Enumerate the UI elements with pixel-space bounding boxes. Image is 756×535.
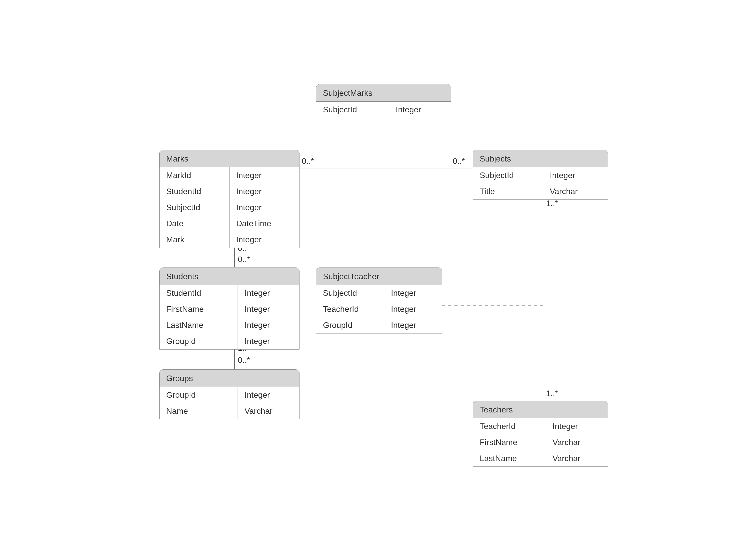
field-name: LastName bbox=[160, 317, 238, 333]
field-name: Date bbox=[160, 215, 229, 232]
field-type: Integer bbox=[230, 183, 300, 200]
field-type: Integer bbox=[384, 285, 442, 301]
field-name: GroupId bbox=[160, 387, 238, 403]
field-name: SubjectId bbox=[473, 167, 543, 183]
table-marks-title: Marks bbox=[160, 150, 299, 167]
table-subjectmarks-title: SubjectMarks bbox=[316, 84, 451, 102]
table-students-title: Students bbox=[160, 268, 299, 285]
field-name: SubjectId bbox=[316, 102, 389, 118]
table-groups: Groups GroupId Name Integer Varchar bbox=[159, 369, 300, 419]
table-teachers: Teachers TeacherId FirstName LastName In… bbox=[473, 401, 608, 467]
field-type: Integer bbox=[238, 387, 299, 403]
field-name: LastName bbox=[473, 450, 546, 466]
er-diagram-canvas: 0..* 0..* 1..* 1..* 0..* 0..* 1..* 0..* … bbox=[0, 0, 756, 535]
mult-subjects-teachers-bottom: 1..* bbox=[546, 389, 558, 398]
table-subjects: Subjects SubjectId Title Integer Varchar bbox=[473, 150, 608, 200]
field-type: Integer bbox=[230, 232, 300, 248]
table-marks: Marks MarkId StudentId SubjectId Date Ma… bbox=[159, 150, 300, 248]
field-type: Integer bbox=[238, 317, 299, 333]
field-name: GroupId bbox=[316, 317, 384, 333]
field-name: SubjectId bbox=[316, 285, 384, 301]
field-name: MarkId bbox=[160, 167, 229, 183]
table-groups-title: Groups bbox=[160, 370, 299, 387]
table-students: Students StudentId FirstName LastName Gr… bbox=[159, 268, 300, 350]
mult-marks-to-subjects-left: 0..* bbox=[302, 156, 314, 166]
table-subjects-title: Subjects bbox=[473, 150, 608, 167]
table-subjectmarks: SubjectMarks SubjectId Integer bbox=[316, 84, 451, 118]
field-type: DateTime bbox=[230, 215, 300, 232]
field-type: Integer bbox=[546, 418, 608, 435]
field-type: Integer bbox=[384, 301, 442, 317]
field-name: FirstName bbox=[473, 435, 546, 450]
mult-subjects-teachers-top: 1..* bbox=[546, 199, 558, 208]
field-name: Mark bbox=[160, 232, 229, 248]
field-name: TeacherId bbox=[316, 301, 384, 317]
field-type: Integer bbox=[230, 167, 300, 183]
field-type: Integer bbox=[230, 200, 300, 215]
field-type: Integer bbox=[543, 167, 608, 183]
table-subjectteacher-title: SubjectTeacher bbox=[316, 268, 442, 285]
field-name: SubjectId bbox=[160, 200, 229, 215]
field-type: Integer bbox=[238, 301, 299, 317]
field-type: Integer bbox=[384, 317, 442, 333]
table-subjectteacher: SubjectTeacher SubjectId TeacherId Group… bbox=[316, 268, 442, 333]
field-type: Varchar bbox=[238, 403, 299, 419]
field-name: TeacherId bbox=[473, 418, 546, 435]
field-type: Varchar bbox=[543, 183, 608, 200]
mult-marks-to-subjects-right: 0..* bbox=[453, 156, 465, 166]
field-name: Name bbox=[160, 403, 238, 419]
field-name: FirstName bbox=[160, 301, 238, 317]
field-type: Varchar bbox=[546, 435, 608, 450]
field-name: Title bbox=[473, 183, 543, 200]
table-teachers-title: Teachers bbox=[473, 401, 608, 418]
field-type: Varchar bbox=[546, 450, 608, 466]
mult-students-groups-bottom: 0..* bbox=[238, 355, 250, 365]
field-name: GroupId bbox=[160, 333, 238, 349]
field-type: Integer bbox=[389, 102, 451, 118]
field-name: StudentId bbox=[160, 183, 229, 200]
mult-marks-students-bottom: 0..* bbox=[238, 255, 250, 264]
field-type: Integer bbox=[238, 333, 299, 349]
field-name: StudentId bbox=[160, 285, 238, 301]
field-type: Integer bbox=[238, 285, 299, 301]
